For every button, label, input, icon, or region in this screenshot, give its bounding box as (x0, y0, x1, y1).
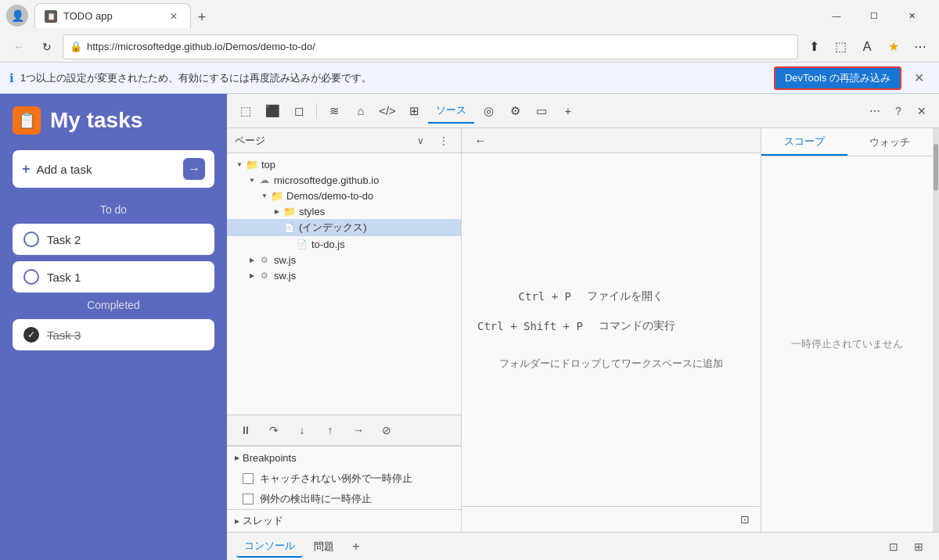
notif-text: 1つ以上の設定が変更されたため、有効にするには再度読み込みが必要です。 (20, 71, 768, 85)
back-btn[interactable]: ← (6, 34, 31, 59)
add-task-row[interactable]: + Add a task → (13, 150, 214, 188)
shortcut-key: Ctrl + P (477, 290, 571, 303)
scope-watch-tabs: スコープ ウォッチ (761, 128, 933, 156)
coverage-btn[interactable]: ◎ (476, 99, 501, 124)
read-aloud-icon[interactable]: A (854, 34, 880, 59)
task-circle-done[interactable]: ✓ (23, 327, 39, 343)
step-out-btn[interactable]: ↑ (319, 419, 341, 441)
threads-expand-icon (235, 517, 239, 525)
bp-checkbox[interactable] (243, 473, 254, 484)
active-tab[interactable]: 📋 TODO app ✕ (34, 3, 191, 28)
tree-item[interactable]: 📁 top (227, 156, 461, 172)
bp-checkbox[interactable] (243, 494, 254, 504)
deactivate-btn[interactable]: ⊘ (376, 419, 398, 441)
share-icon[interactable]: ⬆ (801, 34, 826, 59)
notif-info-icon: ℹ (9, 71, 14, 85)
devtools-bottom-bar: コンソール 問題 + ⊡ ⊞ (227, 532, 939, 560)
tree-item[interactable]: ☁ microsoftedge.github.io (227, 172, 461, 188)
help-btn[interactable]: ? (887, 100, 909, 122)
expand-icon (258, 189, 271, 202)
devtools-reload-btn[interactable]: DevTools の再読み込み (774, 66, 901, 90)
more-btn[interactable]: ⋯ (908, 34, 933, 59)
add-panel-btn[interactable]: + (345, 536, 367, 558)
js-file-icon: 📄 (296, 238, 308, 250)
device-tool-btn[interactable]: ⬛ (260, 99, 285, 124)
favorites-icon[interactable]: ★ (881, 34, 906, 59)
home-tool-btn[interactable]: ⌂ (348, 99, 373, 124)
list-item[interactable]: Task 1 (13, 261, 214, 293)
close-btn[interactable]: ✕ (894, 3, 930, 28)
dock-btn[interactable]: ⊞ (908, 536, 930, 558)
browser-window: 👤 📋 TODO app ✕ + — ☐ ✕ ← ↻ 🔒 https://mic… (0, 0, 939, 560)
tree-item[interactable]: ⚙ sw.js (227, 267, 461, 283)
wifi-tool-btn[interactable]: ≋ (322, 99, 347, 124)
tree-item[interactable]: 📄 (インデックス) (227, 219, 461, 236)
settings-btn[interactable]: ⚙ (502, 99, 527, 124)
performance-btn[interactable]: ⊞ (401, 99, 426, 124)
address-bar[interactable]: 🔒 https://microsoftedge.github.io/Demos/… (63, 34, 798, 59)
refresh-btn[interactable]: ↻ (34, 34, 59, 59)
tab-close-btn[interactable]: ✕ (167, 9, 181, 23)
expand-icon (246, 174, 258, 186)
more-tools-btn[interactable]: ⋯ (864, 100, 886, 122)
todo-app: 📋 My tasks + Add a task → To do Task 2 T… (0, 94, 227, 560)
watch-tab[interactable]: ウォッチ (847, 128, 934, 156)
back-to-sources-btn[interactable]: ← (468, 128, 493, 153)
breakpoints-label: Breakpoints (243, 452, 297, 464)
debugger-back-row: ← (462, 128, 761, 153)
tree-item[interactable]: 📁 Demos/demo-to-do (227, 188, 461, 203)
close-devtools-btn[interactable]: ✕ (911, 100, 933, 122)
tree-label: sw.js (274, 270, 296, 282)
threads-section: スレッド (227, 509, 461, 532)
new-tab-btn[interactable]: + (191, 6, 213, 28)
source-code-btn[interactable]: </> (375, 99, 400, 124)
file-tree-more-btn[interactable]: ⋮ (434, 131, 453, 150)
save-icon[interactable]: ⊡ (736, 510, 754, 529)
tree-item[interactable]: 📁 styles (227, 203, 461, 219)
step-over-btn[interactable]: ↷ (263, 419, 285, 441)
profile-icon[interactable]: 👤 (6, 5, 28, 27)
sources-tab-btn[interactable]: ソース (428, 99, 474, 124)
maximize-btn[interactable]: ☐ (856, 3, 892, 28)
devtools-panel: ⬚ ⬛ ◻ ≋ ⌂ </> ⊞ ソース ◎ ⚙ ▭ + ⋯ ? ✕ (227, 94, 939, 560)
viewport-btn[interactable]: ▭ (529, 99, 554, 124)
task-circle[interactable] (23, 269, 39, 285)
shortcut-row: Ctrl + Shift + P コマンドの実行 (477, 319, 745, 333)
nav-bar: ← ↻ 🔒 https://microsoftedge.github.io/De… (0, 31, 939, 63)
file-tree-header: ページ ∨ ⋮ (227, 128, 461, 153)
file-tree-panel: ページ ∨ ⋮ 📁 top (227, 128, 462, 532)
bp-item[interactable]: キャッチされない例外で一時停止 (227, 468, 461, 489)
expand-placeholder (271, 221, 283, 234)
debugger-shortcut-area: Ctrl + P ファイルを開く Ctrl + Shift + P コマンドの実… (462, 153, 761, 506)
add-tool-btn[interactable]: + (556, 99, 581, 124)
task-circle[interactable] (23, 232, 39, 247)
inspect-tool-btn[interactable]: ⬚ (233, 99, 258, 124)
threads-header[interactable]: スレッド (227, 510, 461, 532)
file-tree-expand-btn[interactable]: ∨ (411, 131, 430, 150)
step-btn[interactable]: → (347, 419, 369, 441)
tree-label: microsoftedge.github.io (274, 174, 379, 186)
notif-close-btn[interactable]: ✕ (908, 67, 930, 89)
tree-item[interactable]: ⚙ sw.js (227, 252, 461, 267)
add-task-label: Add a task (37, 163, 177, 176)
minimize-btn[interactable]: — (818, 3, 854, 28)
breakpoints-header[interactable]: Breakpoints (227, 447, 461, 468)
list-item[interactable]: ✓ Task 3 (13, 319, 214, 350)
bp-item[interactable]: 例外の検出時に一時停止 (227, 489, 461, 509)
tree-label: sw.js (274, 254, 296, 266)
scroll-track[interactable] (933, 128, 939, 532)
completed-section-label: Completed (13, 299, 214, 311)
scope-tab[interactable]: スコープ (761, 128, 847, 156)
issues-tab[interactable]: 問題 (306, 536, 342, 558)
collections-icon[interactable]: ⬚ (828, 34, 853, 59)
step-into-btn[interactable]: ↓ (291, 419, 313, 441)
undock-btn[interactable]: ⊡ (883, 536, 905, 558)
pause-btn[interactable]: ⏸ (235, 419, 257, 441)
tree-item[interactable]: 📄 to-do.js (227, 236, 461, 252)
title-bar-left: 👤 📋 TODO app ✕ + (6, 3, 818, 28)
elements-tool-btn[interactable]: ◻ (286, 99, 311, 124)
address-text: https://microsoftedge.github.io/Demos/de… (87, 41, 791, 52)
bottom-right-icons: ⊡ ⊞ (883, 536, 930, 558)
list-item[interactable]: Task 2 (13, 224, 214, 255)
console-tab[interactable]: コンソール (236, 536, 303, 558)
